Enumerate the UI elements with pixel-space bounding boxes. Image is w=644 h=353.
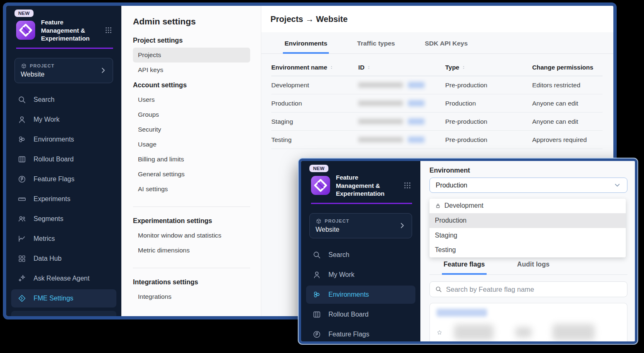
column-environment-name[interactable]: Environment name	[271, 64, 358, 71]
sidebar-item-my-work[interactable]: My Work	[301, 265, 420, 285]
admin-item-general-settings[interactable]: General settings	[133, 167, 250, 182]
sidebar-item-partial[interactable]	[11, 311, 116, 317]
table-row[interactable]: Production Production Anyone can edit	[271, 94, 603, 113]
tab-sdk-api-keys[interactable]: SDK API Keys	[423, 32, 470, 54]
redacted-content	[454, 324, 494, 340]
flag-search-box	[429, 281, 627, 297]
option-production[interactable]: Production	[429, 214, 626, 228]
redacted-content	[515, 327, 532, 338]
search-icon	[435, 286, 442, 293]
tab-audit-logs[interactable]: Audit logs	[516, 255, 551, 275]
sidebar-item-segments[interactable]: Segments	[6, 209, 121, 229]
option-testing[interactable]: Testing	[429, 243, 626, 258]
tab-feature-flags[interactable]: Feature flags	[442, 255, 487, 275]
id-cell	[358, 100, 445, 106]
option-staging[interactable]: Staging	[429, 228, 626, 243]
environment-panel: Environment Production Development Produ…	[420, 161, 635, 341]
person-icon	[17, 115, 27, 124]
copy-id-button[interactable]	[408, 82, 425, 88]
sidebar-header: NEW Feature Management & Experimentation	[301, 161, 420, 198]
sidebar-item-label: Search	[328, 251, 350, 259]
id-cell	[358, 82, 445, 88]
admin-item-monitor-window[interactable]: Monitor window and statistics	[133, 228, 250, 243]
admin-item-api-keys[interactable]: API keys	[133, 62, 250, 77]
admin-item-billing-and-limits[interactable]: Billing and limits	[133, 152, 250, 167]
table-row[interactable]: Testing Pre-production Approvers require…	[271, 131, 603, 149]
divider	[133, 268, 250, 268]
admin-item-metric-dimensions[interactable]: Metric dimensions	[133, 243, 250, 258]
table-row[interactable]: Development Pre-production Editors restr…	[271, 76, 603, 94]
sidebar-item-search[interactable]: Search	[301, 245, 420, 265]
sidebar-item-label: FME Settings	[34, 295, 73, 302]
admin-item-usage[interactable]: Usage	[133, 137, 250, 152]
app-sidebar: NEW Feature Management & Experimentation…	[301, 161, 420, 341]
sidebar-item-my-work[interactable]: My Work	[6, 110, 121, 130]
sort-icon	[329, 65, 334, 70]
environment-name-cell: Development	[271, 82, 358, 89]
sidebar-item-metrics[interactable]: Metrics	[6, 229, 121, 249]
admin-item-ai-settings[interactable]: AI settings	[133, 182, 250, 197]
divider	[133, 207, 250, 207]
section-heading-integrations-settings: Integrations settings	[133, 279, 250, 286]
hexagons-icon	[17, 135, 27, 144]
ruler-icon	[17, 195, 27, 204]
app-title: Feature Management & Experimentation	[336, 173, 397, 198]
tab-traffic-types[interactable]: Traffic types	[355, 32, 396, 54]
chevron-right-icon	[398, 222, 406, 229]
sort-icon	[461, 65, 466, 70]
flag-search-input[interactable]	[446, 286, 622, 293]
sidebar-item-environments[interactable]: Environments	[306, 286, 415, 304]
chevron-right-icon	[99, 67, 107, 74]
app-switcher-icon[interactable]	[104, 25, 113, 35]
person-icon	[312, 270, 321, 279]
option-development[interactable]: Development	[429, 199, 626, 214]
table-row[interactable]: Staging Pre-production Anyone can edit	[271, 113, 603, 131]
admin-item-groups[interactable]: Groups	[133, 107, 250, 122]
sidebar-item-ask-release-agent[interactable]: Ask Release Agent	[6, 269, 121, 288]
admin-item-users[interactable]: Users	[133, 92, 250, 107]
project-selector[interactable]: PROJECT Website	[14, 58, 113, 83]
sidebar-item-environments[interactable]: Environments	[6, 130, 121, 149]
section-heading-account-settings: Account settings	[133, 82, 250, 89]
app-switcher-icon[interactable]	[403, 180, 412, 190]
copy-id-button[interactable]	[408, 137, 425, 143]
sidebar-item-label: Experiments	[34, 195, 70, 203]
admin-settings-panel: Admin settings Project settings Projects…	[121, 6, 261, 316]
environment-name-cell: Staging	[271, 118, 358, 125]
search-icon	[312, 250, 321, 259]
sidebar-item-data-hub[interactable]: Data Hub	[6, 249, 121, 269]
sidebar-item-feature-flags[interactable]: Feature Flags	[301, 324, 420, 342]
search-icon	[17, 95, 27, 104]
sidebar-item-feature-flags[interactable]: Feature Flags	[6, 169, 121, 189]
column-id[interactable]: ID	[358, 64, 445, 71]
sidebar-item-rollout-board[interactable]: Rollout Board	[6, 149, 121, 169]
sidebar-nav: Search My Work Environments Rollout Boar…	[6, 90, 121, 317]
project-selector[interactable]: PROJECT Website	[309, 213, 412, 238]
sidebar-item-label: My Work	[34, 116, 60, 123]
admin-item-security[interactable]: Security	[133, 122, 250, 137]
admin-item-projects[interactable]: Projects	[133, 48, 250, 62]
redacted-id	[358, 119, 403, 124]
board-columns-icon	[17, 155, 27, 164]
copy-id-button[interactable]	[408, 100, 425, 106]
star-icon[interactable]	[437, 328, 442, 337]
sidebar-header: NEW Feature Management & Experimentation	[6, 6, 121, 43]
section-heading-project-settings: Project settings	[133, 37, 250, 44]
id-cell	[358, 137, 445, 143]
board-columns-icon	[312, 310, 321, 319]
environment-select-label: Environment	[429, 167, 627, 174]
redacted-flag-name-link[interactable]	[437, 309, 487, 317]
sidebar-item-fme-settings[interactable]: FME Settings	[11, 289, 116, 307]
admin-item-integrations[interactable]: Integrations	[133, 289, 250, 304]
sidebar-item-label: Segments	[34, 215, 63, 223]
sidebar-item-experiments[interactable]: Experiments	[6, 189, 121, 209]
tab-environments[interactable]: Environments	[283, 32, 329, 54]
environment-select[interactable]: Production	[429, 178, 627, 193]
column-type[interactable]: Type	[445, 64, 532, 71]
copy-id-button[interactable]	[408, 118, 425, 125]
sidebar-item-rollout-board[interactable]: Rollout Board	[301, 305, 420, 324]
sidebar-item-search[interactable]: Search	[6, 90, 121, 110]
sparkles-icon	[17, 274, 27, 283]
environment-name-cell: Testing	[271, 136, 358, 144]
sidebar-item-label: Metrics	[34, 235, 55, 243]
